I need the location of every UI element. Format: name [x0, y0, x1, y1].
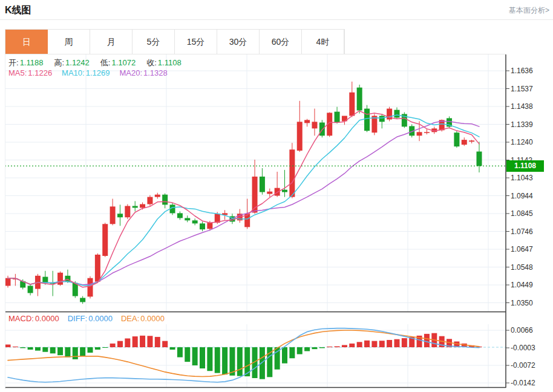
- candle-body: [133, 206, 138, 207]
- candle-body: [282, 190, 287, 192]
- candle-body: [335, 112, 340, 123]
- maLegend-item-1: MA10:1.1269: [62, 68, 110, 77]
- macd-bar: [364, 341, 370, 347]
- candle-body: [155, 195, 160, 197]
- macd-bar: [140, 336, 145, 347]
- ohlcLegend-item-1: 高:1.1242: [54, 57, 89, 68]
- macd-bar: [155, 337, 160, 347]
- price-axis-label: 1.0845: [511, 209, 549, 218]
- macd-bar: [282, 347, 287, 364]
- candle-body: [462, 140, 467, 145]
- kline-chart-page: K线图 基本面分析> 日周月5分15分30分60分4时 开:1.1188高:1.…: [0, 0, 553, 392]
- ma5-line: [8, 111, 479, 287]
- current-price-badge: 1.1108: [506, 160, 544, 172]
- maLegend-item-0: MA5:1.1226: [8, 68, 52, 77]
- price-axis-label: 1.0746: [511, 227, 549, 237]
- macd-bar: [192, 347, 198, 365]
- macd-bar: [312, 347, 317, 349]
- macdLegend-item-1: DIFF:0.0000: [68, 314, 113, 323]
- macd-bar: [394, 339, 399, 347]
- candle-body: [319, 123, 325, 136]
- macd-bar: [237, 347, 243, 376]
- macd-bar: [117, 341, 123, 347]
- candle-body: [379, 116, 385, 122]
- macd-bar: [215, 347, 220, 373]
- macd-bar: [35, 347, 41, 351]
- candle-body: [364, 109, 370, 131]
- ma20-line: [8, 121, 479, 284]
- macd-bar: [185, 347, 190, 362]
- price-axis-label: 1.0548: [511, 263, 549, 272]
- candle-body: [110, 206, 116, 224]
- macd-bar: [304, 347, 310, 351]
- price-axis-label: 1.1240: [511, 137, 549, 147]
- candle-body: [140, 204, 145, 208]
- candle-body: [304, 120, 310, 123]
- macd-bar: [65, 347, 70, 358]
- ohlc-legend: 开:1.1188高:1.1242低:1.1072收:1.1108: [8, 57, 182, 68]
- ma-legend: MA5:1.1226MA10:1.1269MA20:1.1328: [8, 68, 168, 77]
- candle-body: [417, 132, 422, 136]
- macd-bar: [80, 347, 85, 356]
- candle-body: [477, 151, 482, 166]
- macd-bar: [319, 347, 325, 348]
- candle-body: [349, 93, 355, 116]
- macd-bar: [147, 336, 152, 347]
- macd-bar: [424, 334, 430, 347]
- macd-bar: [170, 347, 175, 350]
- candle-body: [28, 286, 33, 293]
- candle-body: [57, 273, 63, 285]
- price-axis-label: 1.0449: [511, 280, 549, 290]
- candle-body: [289, 149, 295, 197]
- price-axis-label: 1.1438: [511, 102, 549, 111]
- axis-frame: [5, 54, 506, 388]
- price-axis-label: 1.1339: [511, 120, 549, 129]
- macd-bar: [335, 346, 340, 347]
- macd-bar: [13, 347, 18, 347]
- macd-axis-label: -0.0142: [511, 378, 549, 388]
- price-axis-label: 1.0647: [511, 244, 549, 254]
- candle-body: [88, 278, 93, 297]
- macd-bar: [379, 341, 385, 347]
- candle-body: [117, 214, 123, 217]
- macd-bar: [177, 347, 183, 358]
- macdLegend-item-2: DEA:0.0000: [121, 314, 165, 323]
- macd-bar: [222, 347, 227, 374]
- ohlcLegend-item-2: 低:1.1072: [100, 57, 136, 68]
- candle-body: [177, 213, 183, 218]
- candle-body: [260, 177, 265, 192]
- candle-body: [80, 298, 85, 302]
- candle-body: [454, 132, 459, 146]
- macd-bar: [102, 347, 108, 348]
- candle-body: [394, 110, 399, 118]
- candlestick-series: [5, 82, 482, 304]
- price-axis-label: 1.0944: [511, 191, 549, 201]
- macd-bar: [200, 347, 205, 368]
- candle-body: [147, 197, 152, 204]
- candle-body: [267, 192, 272, 194]
- macdLegend-item-0: MACD:0.0000: [8, 314, 59, 323]
- macd-bar: [57, 347, 63, 355]
- macd-bar: [371, 341, 377, 347]
- macd-bar: [42, 347, 48, 352]
- axis-ticks: [506, 71, 509, 383]
- candle-body: [125, 206, 130, 217]
- gridlines: [5, 54, 506, 387]
- candle-body: [5, 278, 11, 286]
- candle-body: [185, 218, 190, 220]
- macd-axis-label: -0.0003: [511, 343, 549, 353]
- macd-bar: [349, 344, 355, 347]
- candle-body: [275, 188, 280, 196]
- macd-axis-label: -0.0072: [511, 361, 549, 370]
- candle-body: [469, 140, 474, 142]
- macd-bar: [95, 347, 100, 350]
- candle-body: [252, 177, 258, 213]
- macd-bar: [110, 344, 116, 347]
- candle-body: [312, 122, 317, 128]
- macd-bar: [357, 342, 362, 347]
- macd-bar: [20, 347, 25, 348]
- ohlcLegend-item-3: 收:1.1108: [146, 57, 181, 68]
- macd-bar: [289, 347, 295, 358]
- macd-bar: [297, 347, 303, 354]
- macd-bar: [387, 340, 392, 347]
